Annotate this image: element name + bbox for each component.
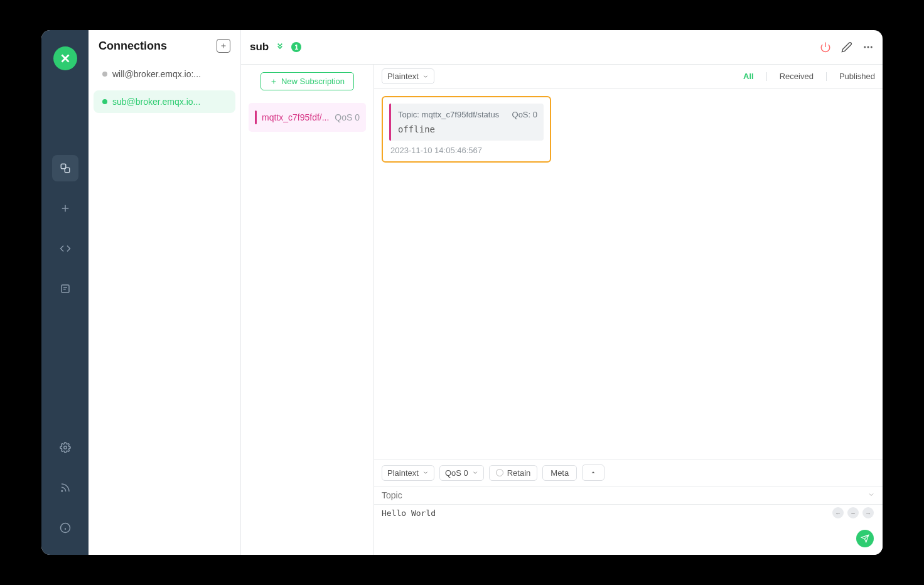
main-header: sub 1 [241, 30, 883, 65]
connection-item-will[interactable]: will@broker.emqx.io:... [94, 63, 235, 85]
connections-title: Connections [99, 40, 167, 53]
svg-point-4 [62, 491, 63, 492]
add-connection-button[interactable] [217, 39, 230, 53]
more-menu-button[interactable] [862, 41, 874, 53]
publish-qos-label: QoS 0 [445, 468, 468, 478]
publish-panel: Plaintext QoS 0 Retain Meta [374, 459, 883, 555]
svg-point-7 [868, 46, 869, 48]
retain-label: Retain [507, 468, 531, 478]
message-timestamp: 2023-11-10 14:05:46:567 [389, 146, 544, 155]
message-qos: QoS: 0 [512, 110, 537, 119]
history-next-button[interactable]: → [862, 507, 874, 518]
connection-label: will@broker.emqx.io:... [112, 69, 201, 79]
connection-label: sub@broker.emqx.io... [112, 97, 200, 107]
new-subscription-label: New Subscription [281, 77, 345, 86]
chevron-down-icon[interactable] [868, 490, 875, 501]
message-payload: offline [398, 124, 537, 134]
edit-button[interactable] [841, 41, 852, 53]
disconnect-button[interactable] [820, 41, 831, 53]
new-subscription-button[interactable]: New Subscription [261, 72, 354, 90]
format-select[interactable]: Plaintext [382, 68, 434, 84]
nav-rail [41, 30, 89, 555]
nav-log-icon[interactable] [52, 276, 78, 302]
subscriptions-panel: New Subscription mqttx_c7f95fdf/... QoS … [241, 65, 374, 555]
subscription-color-bar [255, 110, 257, 124]
nav-info-icon[interactable] [52, 515, 78, 541]
message-count-badge: 1 [291, 42, 301, 52]
publish-format-label: Plaintext [387, 468, 419, 478]
main-area: sub 1 [241, 30, 883, 555]
svg-point-8 [871, 46, 873, 48]
nav-scripts-icon[interactable] [52, 235, 78, 262]
subscription-item[interactable]: mqttx_c7f95fdf/... QoS 0 [249, 103, 366, 132]
connections-panel: Connections will@broker.emqx.io:... sub@… [89, 30, 241, 555]
filter-tab-published[interactable]: Published [839, 72, 875, 81]
message-color-bar [389, 104, 391, 141]
topic-input[interactable] [374, 486, 883, 505]
collapse-icon[interactable] [275, 41, 285, 53]
message-topic: Topic: mqttx_c7f95fdf/status [398, 110, 499, 119]
filter-tab-received[interactable]: Received [780, 72, 814, 81]
subscription-qos: QoS 0 [335, 112, 360, 122]
retain-toggle[interactable]: Retain [489, 465, 538, 481]
history-clear-button[interactable]: – [847, 507, 859, 518]
publish-qos-select[interactable]: QoS 0 [439, 465, 484, 481]
status-dot-icon [102, 72, 107, 77]
meta-button[interactable]: Meta [542, 465, 577, 481]
status-dot-icon [102, 99, 107, 104]
connection-item-sub[interactable]: sub@broker.emqx.io... [94, 90, 235, 113]
svg-point-6 [864, 46, 866, 48]
connection-name: sub [250, 41, 269, 53]
messages-toolbar: Plaintext All Received Published [374, 65, 883, 89]
publish-format-select[interactable]: Plaintext [382, 465, 434, 481]
message-item-highlighted[interactable]: Topic: mqttx_c7f95fdf/status QoS: 0 offl… [382, 96, 551, 163]
nav-add-icon[interactable] [52, 195, 78, 222]
expand-button[interactable] [582, 464, 604, 481]
messages-list: Topic: mqttx_c7f95fdf/status QoS: 0 offl… [374, 89, 883, 459]
nav-settings-icon[interactable] [52, 434, 78, 461]
history-controls: ← – → [832, 507, 874, 518]
retain-radio-icon [496, 469, 503, 476]
nav-connections-icon[interactable] [52, 155, 78, 181]
history-prev-button[interactable]: ← [832, 507, 844, 518]
format-select-label: Plaintext [387, 72, 419, 81]
app-logo [53, 46, 77, 70]
payload-input[interactable] [374, 505, 883, 555]
svg-point-3 [63, 446, 67, 449]
filter-tab-all[interactable]: All [743, 72, 754, 81]
subscription-topic: mqttx_c7f95fdf/... [262, 112, 330, 122]
send-button[interactable] [856, 530, 874, 547]
nav-feed-icon[interactable] [52, 475, 78, 501]
